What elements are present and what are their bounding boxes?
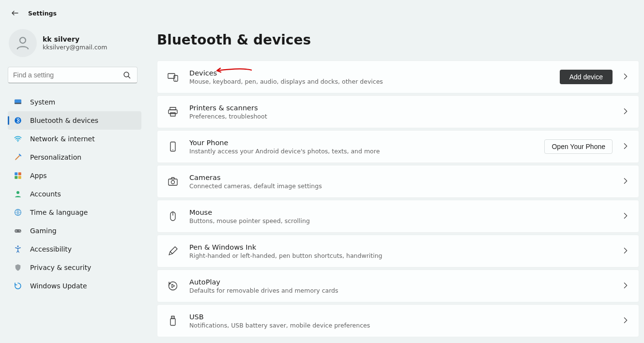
svg-rect-20 xyxy=(169,110,177,114)
shield-icon xyxy=(14,263,22,272)
account-email: kksilvery@gmail.com xyxy=(43,44,107,51)
search-box xyxy=(8,67,141,83)
usb-icon xyxy=(166,314,180,328)
card-autoplay[interactable]: AutoPlay Defaults for removable drives a… xyxy=(157,269,639,302)
autoplay-icon xyxy=(166,279,180,293)
globe-icon xyxy=(14,208,22,217)
brush-icon xyxy=(14,153,22,162)
card-title: Devices xyxy=(189,69,550,77)
update-icon xyxy=(14,282,22,290)
nav-item-gamepad[interactable]: Gaming xyxy=(8,222,141,240)
card-title: Pen & Windows Ink xyxy=(189,243,613,251)
settings-card-list: Devices Mouse, keyboard, pen, audio, dis… xyxy=(157,60,639,337)
nav-item-brush[interactable]: Personalization xyxy=(8,148,141,166)
svg-point-18 xyxy=(175,80,176,80)
chevron-right-icon xyxy=(622,108,630,116)
svg-point-0 xyxy=(20,37,26,43)
svg-point-14 xyxy=(20,231,21,232)
svg-rect-28 xyxy=(171,316,174,319)
chevron-right-icon xyxy=(622,212,630,220)
chevron-right-icon xyxy=(622,178,630,185)
chevron-right-icon xyxy=(622,143,630,150)
card-mouse[interactable]: Mouse Buttons, mouse pointer speed, scro… xyxy=(157,200,639,233)
nav-item-apps[interactable]: Apps xyxy=(8,166,141,185)
account-name: kk silvery xyxy=(43,35,107,43)
nav-label: Gaming xyxy=(30,227,57,235)
card-devices[interactable]: Devices Mouse, keyboard, pen, audio, dis… xyxy=(157,60,639,93)
card-pen[interactable]: Pen & Windows Ink Right-handed or left-h… xyxy=(157,235,639,268)
account-block[interactable]: kk silvery kksilvery@gmail.com xyxy=(8,27,141,64)
svg-rect-19 xyxy=(170,107,176,110)
phone-icon xyxy=(166,140,180,153)
card-usb[interactable]: USB Notifications, USB battery saver, mo… xyxy=(157,304,639,337)
card-title: Mouse xyxy=(189,209,613,216)
person-icon xyxy=(14,190,22,198)
nav-item-globe[interactable]: Time & language xyxy=(8,203,141,222)
printer-icon xyxy=(166,105,180,119)
nav-label: Network & internet xyxy=(30,135,95,143)
card-printer[interactable]: Printers & scanners Preferences, trouble… xyxy=(157,95,639,128)
chevron-right-icon xyxy=(622,73,630,81)
svg-rect-8 xyxy=(15,176,17,179)
svg-point-10 xyxy=(16,191,19,194)
card-subtitle: Mouse, keyboard, pen, audio, displays an… xyxy=(189,78,550,85)
svg-point-13 xyxy=(19,230,20,231)
open-your-phone-button[interactable]: Open Your Phone xyxy=(544,139,613,154)
nav-item-wifi[interactable]: Network & internet xyxy=(8,130,141,148)
nav-label: Windows Update xyxy=(30,282,87,290)
svg-rect-9 xyxy=(18,176,21,179)
apps-icon xyxy=(14,171,22,180)
card-subtitle: Notifications, USB battery saver, mobile… xyxy=(189,322,613,329)
nav-label: Time & language xyxy=(30,209,88,216)
main-content: Bluetooth & devices Devices Mouse, keybo… xyxy=(145,19,644,343)
back-button[interactable] xyxy=(11,9,19,17)
svg-point-27 xyxy=(169,282,177,290)
nav-label: Apps xyxy=(30,172,47,179)
nav-label: Personalization xyxy=(30,153,81,161)
mouse-icon xyxy=(166,209,180,223)
gamepad-icon xyxy=(14,226,22,235)
page-title: Bluetooth & devices xyxy=(157,32,639,48)
search-input[interactable] xyxy=(8,67,138,83)
add-device-button[interactable]: Add device xyxy=(560,70,613,84)
app-title: Settings xyxy=(28,10,57,17)
svg-rect-24 xyxy=(169,179,177,185)
wifi-icon xyxy=(14,134,22,143)
nav-item-person[interactable]: Accounts xyxy=(8,185,141,203)
svg-point-25 xyxy=(171,180,175,184)
svg-point-5 xyxy=(17,141,18,142)
nav-item-access[interactable]: Accessibility xyxy=(8,240,141,258)
chevron-right-icon xyxy=(622,282,630,290)
avatar xyxy=(9,29,37,57)
card-camera[interactable]: Cameras Connected cameras, default image… xyxy=(157,165,639,198)
card-subtitle: Buttons, mouse pointer speed, scrolling xyxy=(189,217,613,224)
card-title: Cameras xyxy=(189,174,613,181)
nav-label: Bluetooth & devices xyxy=(30,117,98,124)
card-subtitle: Instantly access your Android device's p… xyxy=(189,148,535,155)
nav-label: Accessibility xyxy=(30,245,72,253)
card-title: Printers & scanners xyxy=(189,104,613,112)
card-subtitle: Right-handed or left-handed, pen button … xyxy=(189,252,613,259)
pen-icon xyxy=(166,244,180,258)
nav-item-shield[interactable]: Privacy & security xyxy=(8,258,141,277)
svg-point-23 xyxy=(172,149,173,150)
chevron-right-icon xyxy=(622,247,630,255)
nav-label: Privacy & security xyxy=(30,264,91,271)
nav-label: System xyxy=(30,98,55,106)
nav-item-update[interactable]: Windows Update xyxy=(8,277,141,295)
card-title: USB xyxy=(189,313,613,321)
system-icon xyxy=(14,98,22,106)
svg-rect-7 xyxy=(18,172,21,175)
svg-point-15 xyxy=(17,246,19,247)
camera-icon xyxy=(166,175,180,188)
devices-icon xyxy=(166,70,180,84)
card-subtitle: Connected cameras, default image setting… xyxy=(189,182,613,190)
sidebar: kk silvery kksilvery@gmail.com SystemBlu… xyxy=(0,19,145,343)
nav-item-bluetooth[interactable]: Bluetooth & devices xyxy=(8,111,141,130)
nav-label: Accounts xyxy=(30,190,61,198)
svg-rect-29 xyxy=(170,319,175,326)
svg-rect-3 xyxy=(15,103,21,104)
chevron-right-icon xyxy=(622,317,630,325)
nav-item-system[interactable]: System xyxy=(8,93,141,111)
card-phone[interactable]: Your Phone Instantly access your Android… xyxy=(157,130,639,163)
